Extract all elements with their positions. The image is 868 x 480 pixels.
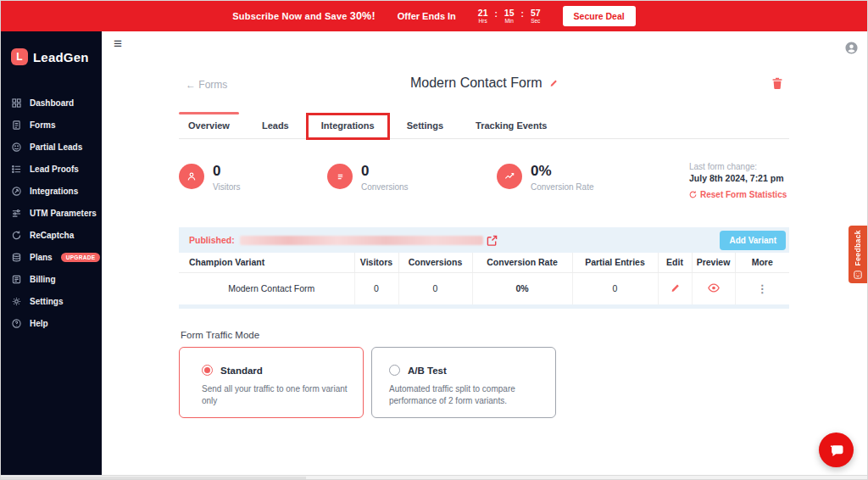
sidebar-item-recaptcha[interactable]: ReCaptcha — [1, 224, 102, 246]
timer-separator: : — [521, 9, 524, 19]
upgrade-badge[interactable]: UPGRADE — [61, 253, 101, 262]
timer-hours: 21 Hrs — [478, 8, 488, 25]
sidebar-item-utm-parameters[interactable]: UTM Parameters — [1, 202, 102, 224]
timer-seconds: 57 Sec — [531, 8, 541, 25]
variant-conversion-rate: 0% — [472, 272, 572, 304]
hamburger-menu-icon[interactable]: ≡ — [114, 36, 122, 51]
logo-text: LeadGen — [33, 50, 89, 64]
billing-icon — [12, 275, 21, 284]
sidebar-item-dashboard[interactable]: Dashboard — [1, 92, 102, 114]
published-url-redacted — [240, 236, 483, 245]
published-label: Published: — [189, 235, 235, 245]
conversions-value: 0 — [361, 164, 409, 180]
tab-overview[interactable]: Overview — [179, 112, 239, 138]
standard-radio[interactable] — [202, 365, 213, 376]
chat-bubble-icon — [828, 442, 845, 459]
traffic-option-ab-test[interactable]: A/B Test Automated traffic split to comp… — [371, 347, 556, 418]
tab-integrations[interactable]: Integrations — [312, 112, 384, 138]
ab-test-radio[interactable] — [389, 365, 400, 376]
col-conversion-rate: Conversion Rate — [472, 253, 572, 272]
horizontal-scrollbar[interactable] — [1, 475, 867, 479]
form-tabs: Overview Leads Integrations Settings Tra… — [179, 112, 789, 139]
form-header: ← Forms Modern Contact Form — [179, 75, 789, 98]
stat-conversions: 0 Conversions — [327, 164, 409, 192]
tab-settings[interactable]: Settings — [398, 112, 453, 138]
stats-row: 0 Visitors 0 Conversions — [179, 157, 789, 206]
col-partial-entries: Partial Entries — [572, 253, 658, 272]
stat-conversion-rate: 0% Conversion Rate — [497, 164, 593, 192]
sidebar-nav: Dashboard Forms Partial Leads Lead Proof… — [1, 92, 102, 334]
promo-message-text: Subscribe Now and Save — [232, 11, 347, 21]
reset-form-statistics-link[interactable]: Reset Form Statistics — [689, 190, 789, 199]
leadgen-app: Subscribe Now and Save 30%! Offer Ends I… — [0, 0, 868, 480]
variant-more-menu[interactable]: ⋮ — [735, 272, 789, 304]
variant-partial-entries: 0 — [572, 272, 658, 304]
add-variant-button[interactable]: Add Variant — [720, 231, 786, 250]
open-form-external-link-icon[interactable] — [487, 235, 498, 246]
sidebar-item-integrations[interactable]: Integrations — [1, 180, 102, 202]
timer-minutes-value: 15 — [504, 8, 515, 18]
variant-conversions: 0 — [398, 272, 472, 304]
variant-edit-pencil-icon[interactable] — [658, 272, 692, 304]
sidebar-item-billing[interactable]: Billing — [1, 268, 102, 290]
plans-icon — [12, 253, 21, 262]
sidebar-item-help[interactable]: Help — [1, 312, 102, 334]
timer-hours-unit: Hrs — [478, 19, 488, 25]
promo-banner: Subscribe Now and Save 30%! Offer Ends I… — [1, 1, 867, 31]
secure-deal-button[interactable]: Secure Deal — [563, 6, 636, 26]
timer-seconds-value: 57 — [531, 8, 541, 18]
conversions-list-icon — [327, 164, 353, 189]
conversion-rate-value: 0% — [531, 164, 593, 180]
visitors-value: 0 — [213, 164, 241, 180]
form-traffic-mode-title: Form Traffic Mode — [181, 330, 259, 340]
scrollbar-thumb[interactable] — [1, 477, 306, 480]
feedback-label: Feedback — [854, 230, 862, 265]
conversion-rate-trend-icon — [497, 164, 522, 189]
sidebar-item-settings[interactable]: Settings — [1, 290, 102, 312]
last-change-label: Last form change: — [689, 162, 789, 171]
conversion-rate-label: Conversion Rate — [531, 182, 593, 192]
variants-table: Champion Variant Visitors Conversions Co… — [179, 253, 789, 304]
last-form-change: Last form change: July 8th 2024, 7:21 pm… — [689, 162, 789, 199]
sidebar-item-plans[interactable]: Plans UPGRADE — [1, 246, 102, 268]
col-conversions: Conversions — [398, 253, 472, 272]
variant-visitors: 0 — [354, 272, 398, 304]
tab-leads[interactable]: Leads — [253, 112, 298, 138]
gear-icon — [12, 297, 21, 306]
published-bar: Published: Add Variant — [179, 227, 789, 253]
variant-panel: Published: Add Variant Champion Variant … — [179, 227, 789, 309]
timer-minutes-unit: Min — [504, 19, 515, 25]
edit-title-pencil-icon[interactable] — [549, 75, 558, 90]
delete-form-trash-icon[interactable] — [772, 77, 782, 92]
standard-description: Send all your traffic to one form varian… — [202, 383, 349, 406]
offer-ends-label: Offer Ends In — [398, 11, 456, 21]
ab-test-description: Automated traffic split to compare perfo… — [389, 383, 542, 406]
sidebar-item-partial-leads[interactable]: Partial Leads — [1, 136, 102, 158]
logo-icon: L — [11, 48, 28, 65]
variant-preview-eye-icon[interactable] — [692, 272, 735, 304]
stat-visitors: 0 Visitors — [179, 164, 241, 192]
timer-minutes: 15 Min — [504, 8, 515, 25]
sidebar-item-lead-proofs[interactable]: Lead Proofs — [1, 158, 102, 180]
dashboard-icon — [12, 98, 21, 108]
col-edit: Edit — [658, 253, 692, 272]
feedback-tab[interactable]: Feedback — [849, 226, 867, 283]
integrations-icon — [12, 187, 21, 196]
leadgen-logo[interactable]: L LeadGen — [1, 31, 102, 65]
chat-widget-button[interactable] — [819, 433, 854, 467]
user-avatar-icon[interactable] — [844, 41, 859, 59]
timer-seconds-unit: Sec — [531, 19, 541, 25]
timer-separator: : — [495, 9, 498, 19]
timer-hours-value: 21 — [478, 8, 488, 18]
variant-row: Modern Contact Form 0 0 0% 0 ⋮ — [179, 272, 789, 304]
countdown-timer: 21 Hrs : 15 Min : 57 Sec — [478, 8, 541, 25]
traffic-option-standard[interactable]: Standard Send all your traffic to one fo… — [179, 347, 364, 418]
tab-tracking-events[interactable]: Tracking Events — [466, 112, 556, 138]
sidebar-item-forms[interactable]: Forms — [1, 114, 102, 136]
variant-name-link[interactable]: Modern Contact Form — [179, 272, 354, 304]
standard-label: Standard — [220, 366, 263, 376]
refresh-icon — [689, 191, 697, 198]
ab-test-label: A/B Test — [408, 366, 447, 376]
visitors-person-icon — [179, 164, 204, 189]
col-preview: Preview — [692, 253, 735, 272]
